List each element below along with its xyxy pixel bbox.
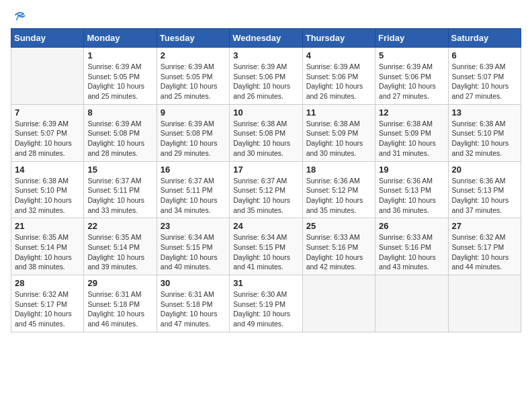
day-info: Sunrise: 6:35 AM Sunset: 5:14 PM Dayligh… xyxy=(15,232,80,272)
day-info: Sunrise: 6:39 AM Sunset: 5:07 PM Dayligh… xyxy=(15,119,80,158)
calendar-cell: 22Sunrise: 6:35 AM Sunset: 5:14 PM Dayli… xyxy=(84,218,157,275)
calendar-cell: 18Sunrise: 6:36 AM Sunset: 5:12 PM Dayli… xyxy=(302,161,375,218)
header-cell-saturday: Saturday xyxy=(448,29,521,48)
day-info: Sunrise: 6:38 AM Sunset: 5:09 PM Dayligh… xyxy=(306,119,371,158)
day-info: Sunrise: 6:32 AM Sunset: 5:17 PM Dayligh… xyxy=(15,289,80,329)
day-info: Sunrise: 6:30 AM Sunset: 5:19 PM Dayligh… xyxy=(233,289,298,329)
calendar-cell xyxy=(11,48,84,105)
logo-bird-icon xyxy=(13,11,26,23)
calendar-cell xyxy=(448,275,521,332)
calendar-cell: 11Sunrise: 6:38 AM Sunset: 5:09 PM Dayli… xyxy=(302,104,375,161)
day-number: 16 xyxy=(161,165,226,175)
day-info: Sunrise: 6:37 AM Sunset: 5:11 PM Dayligh… xyxy=(87,176,152,216)
day-number: 7 xyxy=(15,107,80,118)
calendar-cell: 19Sunrise: 6:36 AM Sunset: 5:13 PM Dayli… xyxy=(375,161,448,218)
day-number: 27 xyxy=(452,221,517,231)
day-number: 30 xyxy=(161,278,226,288)
day-info: Sunrise: 6:39 AM Sunset: 5:05 PM Dayligh… xyxy=(87,62,152,101)
day-info: Sunrise: 6:38 AM Sunset: 5:08 PM Dayligh… xyxy=(233,119,298,158)
day-info: Sunrise: 6:35 AM Sunset: 5:14 PM Dayligh… xyxy=(87,232,152,272)
calendar-cell: 6Sunrise: 6:39 AM Sunset: 5:07 PM Daylig… xyxy=(448,48,521,105)
day-number: 31 xyxy=(233,278,298,288)
day-info: Sunrise: 6:37 AM Sunset: 5:12 PM Dayligh… xyxy=(233,176,298,216)
day-info: Sunrise: 6:33 AM Sunset: 5:16 PM Dayligh… xyxy=(379,232,444,272)
day-number: 10 xyxy=(233,107,298,118)
header-cell-thursday: Thursday xyxy=(302,29,375,48)
header-row: SundayMondayTuesdayWednesdayThursdayFrid… xyxy=(11,29,521,48)
calendar-cell: 20Sunrise: 6:36 AM Sunset: 5:13 PM Dayli… xyxy=(448,161,521,218)
header-cell-sunday: Sunday xyxy=(11,29,84,48)
header-cell-monday: Monday xyxy=(84,29,157,48)
calendar-cell: 27Sunrise: 6:32 AM Sunset: 5:17 PM Dayli… xyxy=(448,218,521,275)
week-row-4: 21Sunrise: 6:35 AM Sunset: 5:14 PM Dayli… xyxy=(11,218,521,275)
calendar-cell: 31Sunrise: 6:30 AM Sunset: 5:19 PM Dayli… xyxy=(230,275,302,332)
calendar-cell: 5Sunrise: 6:39 AM Sunset: 5:06 PM Daylig… xyxy=(375,48,448,105)
calendar-cell: 14Sunrise: 6:38 AM Sunset: 5:10 PM Dayli… xyxy=(11,161,84,218)
day-number: 18 xyxy=(306,165,371,175)
day-number: 19 xyxy=(379,165,444,175)
day-info: Sunrise: 6:39 AM Sunset: 5:06 PM Dayligh… xyxy=(233,62,298,101)
day-number: 20 xyxy=(452,165,517,175)
calendar-cell: 4Sunrise: 6:39 AM Sunset: 5:06 PM Daylig… xyxy=(302,48,375,105)
page-header xyxy=(11,11,521,23)
day-info: Sunrise: 6:31 AM Sunset: 5:18 PM Dayligh… xyxy=(87,289,152,329)
week-row-2: 7Sunrise: 6:39 AM Sunset: 5:07 PM Daylig… xyxy=(11,104,521,161)
calendar-cell: 7Sunrise: 6:39 AM Sunset: 5:07 PM Daylig… xyxy=(11,104,84,161)
day-number: 25 xyxy=(306,221,371,231)
day-info: Sunrise: 6:36 AM Sunset: 5:12 PM Dayligh… xyxy=(306,176,371,216)
day-number: 26 xyxy=(379,221,444,231)
week-row-5: 28Sunrise: 6:32 AM Sunset: 5:17 PM Dayli… xyxy=(11,275,521,332)
calendar-cell: 17Sunrise: 6:37 AM Sunset: 5:12 PM Dayli… xyxy=(230,161,302,218)
header-cell-friday: Friday xyxy=(375,29,448,48)
day-info: Sunrise: 6:36 AM Sunset: 5:13 PM Dayligh… xyxy=(452,176,517,216)
day-info: Sunrise: 6:33 AM Sunset: 5:16 PM Dayligh… xyxy=(306,232,371,272)
calendar-cell: 21Sunrise: 6:35 AM Sunset: 5:14 PM Dayli… xyxy=(11,218,84,275)
day-number: 17 xyxy=(233,165,298,175)
calendar-cell: 30Sunrise: 6:31 AM Sunset: 5:18 PM Dayli… xyxy=(157,275,229,332)
day-info: Sunrise: 6:34 AM Sunset: 5:15 PM Dayligh… xyxy=(233,232,298,272)
week-row-1: 1Sunrise: 6:39 AM Sunset: 5:05 PM Daylig… xyxy=(11,48,521,105)
calendar-cell: 25Sunrise: 6:33 AM Sunset: 5:16 PM Dayli… xyxy=(302,218,375,275)
day-number: 23 xyxy=(161,221,226,231)
day-number: 8 xyxy=(87,107,152,118)
day-info: Sunrise: 6:39 AM Sunset: 5:08 PM Dayligh… xyxy=(87,119,152,158)
day-number: 21 xyxy=(15,221,80,231)
day-info: Sunrise: 6:37 AM Sunset: 5:11 PM Dayligh… xyxy=(161,176,226,216)
calendar-cell: 10Sunrise: 6:38 AM Sunset: 5:08 PM Dayli… xyxy=(230,104,302,161)
day-number: 12 xyxy=(379,107,444,118)
day-number: 22 xyxy=(87,221,152,231)
day-info: Sunrise: 6:38 AM Sunset: 5:10 PM Dayligh… xyxy=(452,119,517,158)
day-number: 28 xyxy=(15,278,80,288)
day-number: 2 xyxy=(161,50,226,60)
day-number: 13 xyxy=(452,107,517,118)
day-number: 5 xyxy=(379,50,444,60)
day-number: 24 xyxy=(233,221,298,231)
calendar-table: SundayMondayTuesdayWednesdayThursdayFrid… xyxy=(11,28,521,332)
calendar-cell xyxy=(302,275,375,332)
day-info: Sunrise: 6:39 AM Sunset: 5:07 PM Dayligh… xyxy=(452,62,517,101)
calendar-header: SundayMondayTuesdayWednesdayThursdayFrid… xyxy=(11,29,521,48)
day-info: Sunrise: 6:39 AM Sunset: 5:08 PM Dayligh… xyxy=(161,119,226,158)
calendar-cell: 26Sunrise: 6:33 AM Sunset: 5:16 PM Dayli… xyxy=(375,218,448,275)
calendar-cell: 3Sunrise: 6:39 AM Sunset: 5:06 PM Daylig… xyxy=(230,48,302,105)
calendar-cell: 28Sunrise: 6:32 AM Sunset: 5:17 PM Dayli… xyxy=(11,275,84,332)
day-number: 6 xyxy=(452,50,517,60)
calendar-cell: 29Sunrise: 6:31 AM Sunset: 5:18 PM Dayli… xyxy=(84,275,157,332)
day-info: Sunrise: 6:39 AM Sunset: 5:05 PM Dayligh… xyxy=(161,62,226,101)
day-number: 29 xyxy=(87,278,152,288)
calendar-cell: 15Sunrise: 6:37 AM Sunset: 5:11 PM Dayli… xyxy=(84,161,157,218)
day-info: Sunrise: 6:38 AM Sunset: 5:10 PM Dayligh… xyxy=(15,176,80,216)
calendar-cell: 9Sunrise: 6:39 AM Sunset: 5:08 PM Daylig… xyxy=(157,104,229,161)
day-number: 11 xyxy=(306,107,371,118)
day-number: 1 xyxy=(87,50,152,60)
header-cell-tuesday: Tuesday xyxy=(157,29,229,48)
calendar-cell: 13Sunrise: 6:38 AM Sunset: 5:10 PM Dayli… xyxy=(448,104,521,161)
header-cell-wednesday: Wednesday xyxy=(230,29,302,48)
day-number: 15 xyxy=(87,165,152,175)
day-number: 14 xyxy=(15,165,80,175)
calendar-cell xyxy=(375,275,448,332)
calendar-cell: 16Sunrise: 6:37 AM Sunset: 5:11 PM Dayli… xyxy=(157,161,229,218)
calendar-cell: 8Sunrise: 6:39 AM Sunset: 5:08 PM Daylig… xyxy=(84,104,157,161)
day-info: Sunrise: 6:32 AM Sunset: 5:17 PM Dayligh… xyxy=(452,232,517,272)
calendar-body: 1Sunrise: 6:39 AM Sunset: 5:05 PM Daylig… xyxy=(11,48,521,332)
